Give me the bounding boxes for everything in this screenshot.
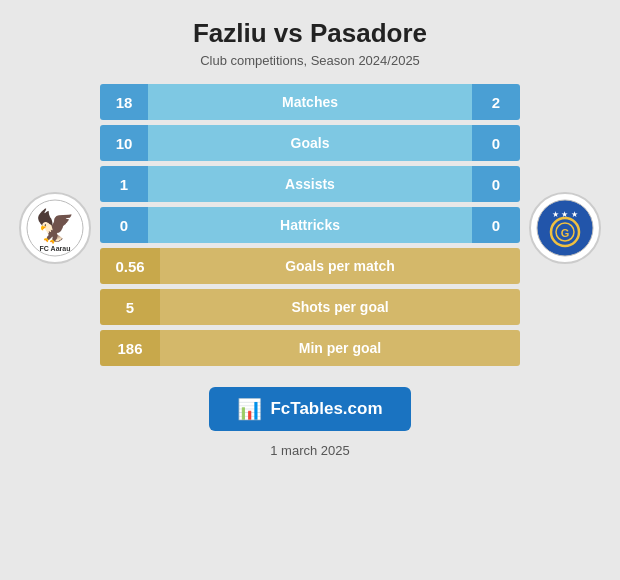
svg-text:🦅: 🦅 (35, 207, 75, 245)
single-stat-label-shots-per-goal: Shots per goal (160, 289, 520, 325)
fctables-icon: 📊 (237, 397, 262, 421)
single-stat-left-shots-per-goal: 5 (100, 289, 160, 325)
stat-label-goals: Goals (148, 125, 472, 161)
svg-text:G: G (561, 227, 570, 239)
single-stat-left-min-per-goal: 186 (100, 330, 160, 366)
stat-right-matches: 2 (472, 84, 520, 120)
fctables-label: FcTables.com (270, 399, 382, 419)
date-label: 1 march 2025 (270, 443, 350, 458)
single-stat-row-shots-per-goal: 5Shots per goal (100, 289, 520, 325)
stat-row-assists: 1Assists0 (100, 166, 520, 202)
pasadore-svg: ★ ★ ★ G (536, 199, 594, 257)
stat-label-assists: Assists (148, 166, 472, 202)
stat-row-goals: 10Goals0 (100, 125, 520, 161)
logo-pasadore: ★ ★ ★ G (529, 192, 601, 264)
stat-row-hattricks: 0Hattricks0 (100, 207, 520, 243)
stat-label-hattricks: Hattricks (148, 207, 472, 243)
stat-right-goals: 0 (472, 125, 520, 161)
logo-fazliu: 🦅 FC Aarau (19, 192, 91, 264)
stat-right-hattricks: 0 (472, 207, 520, 243)
stat-label-matches: Matches (148, 84, 472, 120)
logo-left-col: 🦅 FC Aarau (10, 192, 100, 264)
stat-left-matches: 18 (100, 84, 148, 120)
stat-left-assists: 1 (100, 166, 148, 202)
single-stat-label-goals-per-match: Goals per match (160, 248, 520, 284)
single-stat-row-min-per-goal: 186Min per goal (100, 330, 520, 366)
stat-right-assists: 0 (472, 166, 520, 202)
fc-aarau-svg: 🦅 FC Aarau (26, 199, 84, 257)
single-stat-row-goals-per-match: 0.56Goals per match (100, 248, 520, 284)
svg-text:FC Aarau: FC Aarau (40, 245, 71, 252)
page-title: Fazliu vs Pasadore (193, 18, 427, 49)
single-stat-rows: 0.56Goals per match5Shots per goal186Min… (100, 248, 520, 366)
stat-row-matches: 18Matches2 (100, 84, 520, 120)
stat-left-hattricks: 0 (100, 207, 148, 243)
logos-stats-wrapper: 🦅 FC Aarau 18Matches210Goals01Assists00H… (10, 84, 610, 371)
stat-left-goals: 10 (100, 125, 148, 161)
page-container: Fazliu vs Pasadore Club competitions, Se… (0, 0, 620, 580)
logo-right-col: ★ ★ ★ G (520, 192, 610, 264)
stats-column: 18Matches210Goals01Assists00Hattricks0 0… (100, 84, 520, 371)
fctables-badge[interactable]: 📊 FcTables.com (209, 387, 410, 431)
single-stat-label-min-per-goal: Min per goal (160, 330, 520, 366)
single-stat-left-goals-per-match: 0.56 (100, 248, 160, 284)
stat-rows: 18Matches210Goals01Assists00Hattricks0 (100, 84, 520, 243)
page-subtitle: Club competitions, Season 2024/2025 (200, 53, 420, 68)
